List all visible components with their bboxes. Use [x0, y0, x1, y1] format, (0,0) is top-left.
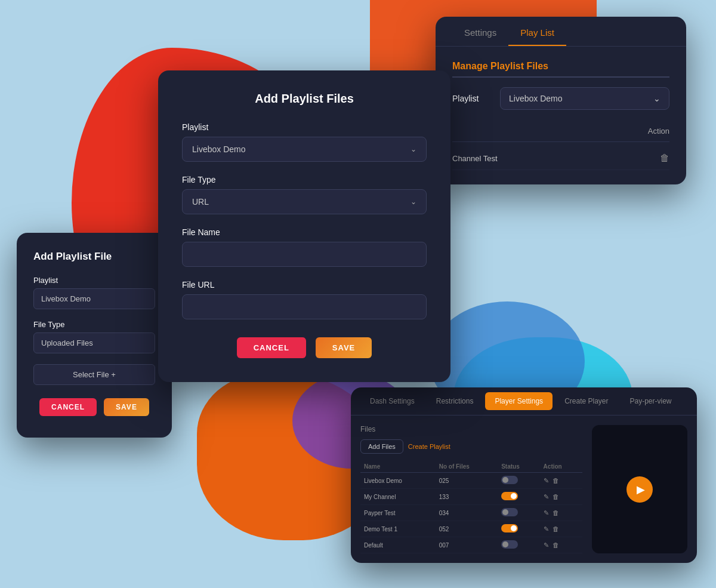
player-tabs: Dash Settings Restrictions Player Settin… [351, 387, 697, 415]
row-action: ✎ 🗑 [540, 489, 582, 505]
row-status [498, 537, 539, 553]
filetype-dropdown[interactable]: URL ⌄ [182, 189, 427, 214]
row-status [498, 489, 539, 505]
files-label: Files [360, 425, 582, 433]
row-files: 052 [436, 521, 498, 537]
row-action: ✎ 🗑 [540, 537, 582, 553]
row-name: Demo Test 1 [360, 521, 436, 537]
save-button[interactable]: SAVE [316, 337, 372, 358]
manage-playlist-panel: Settings Play List Manage Playlist Files… [436, 17, 686, 184]
status-toggle[interactable] [501, 476, 518, 484]
channel-test-name: Channel Test [452, 154, 660, 163]
add-playlist-modal-secondary: Add Playlist File Playlist Livebox Demo … [17, 233, 172, 438]
row-files: 034 [436, 505, 498, 521]
player-settings-panel: Dash Settings Restrictions Player Settin… [351, 387, 697, 563]
delete-icon[interactable]: 🗑 [553, 493, 559, 500]
delete-icon[interactable]: 🗑 [660, 153, 669, 164]
edit-icon[interactable]: ✎ [544, 541, 549, 549]
manage-playlist-value: Livebox Demo [509, 94, 563, 103]
col-name: Name [360, 461, 436, 473]
tab-playlist[interactable]: Play List [508, 17, 566, 46]
filename-label: File Name [182, 227, 427, 237]
tab-player-settings[interactable]: Player Settings [485, 392, 553, 410]
add-files-button[interactable]: Add Files [360, 439, 403, 454]
filetype-group: File Type URL ⌄ [182, 175, 427, 214]
fileurl-label: File URL [182, 280, 427, 290]
fileurl-field[interactable]: livebox.co.in [182, 294, 427, 319]
sec-playlist-value: Livebox Demo [41, 294, 91, 303]
row-status [498, 521, 539, 537]
manage-panel-body: Manage Playlist Files Playlist Livebox D… [436, 47, 686, 184]
create-playlist-button[interactable]: Create Playlist [408, 439, 450, 454]
fileurl-input[interactable]: livebox.co.in [192, 302, 416, 312]
status-toggle[interactable] [501, 492, 518, 500]
row-name: Payper Test [360, 505, 436, 521]
sec-save-button[interactable]: SAVE [104, 398, 149, 416]
playlist-dropdown[interactable]: Livebox Demo ⌄ [182, 137, 427, 162]
tab-restrictions[interactable]: Restrictions [427, 389, 483, 414]
modal-secondary-title: Add Playlist File [33, 251, 155, 263]
delete-icon[interactable]: 🗑 [553, 477, 559, 484]
sec-filetype-label: File Type [33, 320, 155, 329]
col-no-files: No of Files [436, 461, 498, 473]
cancel-button[interactable]: CANCEL [237, 337, 306, 358]
player-body: Files Add Files Create Playlist Name No … [351, 415, 697, 563]
delete-icon[interactable]: 🗑 [553, 541, 559, 549]
status-toggle[interactable] [501, 540, 518, 549]
sec-filetype-field: Uploaded Files [33, 333, 155, 353]
select-file-button[interactable]: Select File + [33, 364, 155, 385]
tab-settings[interactable]: Settings [452, 17, 508, 46]
tab-dash-settings[interactable]: Dash Settings [360, 389, 424, 414]
playlist-group: Playlist Livebox Demo ⌄ [182, 122, 427, 162]
manage-playlist-row: Playlist Livebox Demo ⌄ [452, 87, 669, 110]
edit-icon[interactable]: ✎ [544, 509, 549, 516]
row-action: ✎ 🗑 [540, 521, 582, 537]
edit-icon[interactable]: ✎ [544, 525, 549, 532]
sec-playlist-group: Playlist Livebox Demo [33, 276, 155, 309]
status-toggle[interactable] [501, 508, 518, 516]
edit-icon[interactable]: ✎ [544, 493, 549, 500]
modal-main-title: Add Playlist Files [182, 92, 427, 106]
filetype-label: File Type [182, 175, 427, 184]
col-status: Status [498, 461, 539, 473]
modal-main-actions: CANCEL SAVE [182, 337, 427, 358]
player-left-panel: Files Add Files Create Playlist Name No … [360, 425, 582, 553]
delete-icon[interactable]: 🗑 [553, 509, 559, 516]
row-files: 025 [436, 473, 498, 489]
col-action: Action [540, 461, 582, 473]
delete-icon[interactable]: 🗑 [553, 525, 559, 532]
modal-secondary-actions: CANCEL SAVE [33, 398, 155, 416]
manage-table-header: Action [452, 121, 669, 142]
row-status [498, 473, 539, 489]
filename-field[interactable]: Test Demo [182, 242, 427, 267]
status-toggle[interactable] [501, 524, 518, 532]
player-right-panel: ▶ [592, 425, 687, 553]
sec-cancel-button[interactable]: CANCEL [39, 398, 97, 416]
sec-playlist-label: Playlist [33, 276, 155, 285]
player-action-buttons: Add Files Create Playlist [360, 439, 582, 454]
row-name: My Channel [360, 489, 436, 505]
manage-playlist-label: Playlist [452, 94, 500, 103]
tab-create-player[interactable]: Create Player [555, 389, 618, 414]
row-name: Livebox Demo [360, 473, 436, 489]
tab-pay-per-view[interactable]: Pay-per-view [621, 389, 681, 414]
play-button[interactable]: ▶ [626, 476, 653, 503]
table-row: Livebox Demo 025 ✎ 🗑 [360, 473, 582, 489]
playlist-chevron-icon: ⌄ [411, 145, 416, 153]
add-playlist-modal-main: Add Playlist Files Playlist Livebox Demo… [158, 70, 450, 382]
manage-playlist-chevron-icon: ⌄ [653, 94, 661, 103]
playlist-value: Livebox Demo [192, 144, 246, 154]
sec-filetype-group: File Type Uploaded Files [33, 320, 155, 353]
table-row: Demo Test 1 052 ✎ 🗑 [360, 521, 582, 537]
manage-panel-tabs: Settings Play List [436, 17, 686, 47]
sec-filetype-value: Uploaded Files [41, 338, 93, 347]
filetype-value: URL [192, 197, 209, 207]
row-files: 133 [436, 489, 498, 505]
action-column-header: Action [561, 127, 669, 136]
row-action: ✎ 🗑 [540, 473, 582, 489]
filename-input[interactable]: Test Demo [192, 250, 416, 259]
edit-icon[interactable]: ✎ [544, 477, 549, 484]
manage-playlist-dropdown[interactable]: Livebox Demo ⌄ [500, 87, 669, 110]
sec-playlist-field: Livebox Demo [33, 288, 155, 309]
row-action: ✎ 🗑 [540, 505, 582, 521]
